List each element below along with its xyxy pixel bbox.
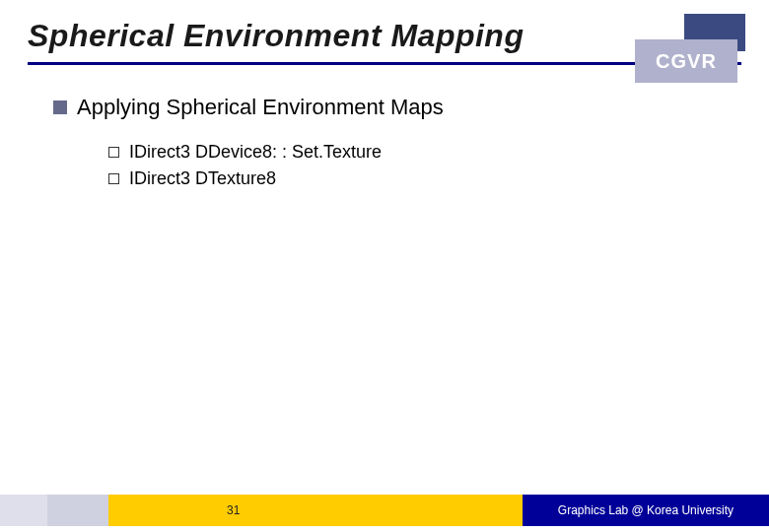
lvl2-text: IDirect3 DDevice8: : Set.Texture <box>129 142 382 163</box>
bullet-lvl1: Applying Spherical Environment Maps <box>53 95 769 120</box>
box-bullet-icon <box>108 173 119 184</box>
footer-mid: 31 <box>108 495 523 526</box>
box-bullet-icon <box>108 147 119 158</box>
badge-label: CGVR <box>635 39 737 83</box>
lvl2-text: IDirect3 DTexture8 <box>129 168 276 189</box>
header: Spherical Environment Mapping CGVR <box>0 0 769 54</box>
footer-left-a <box>0 495 47 526</box>
lvl1-text: Applying Spherical Environment Maps <box>77 95 444 120</box>
footer-credit: Graphics Lab @ Korea University <box>558 503 734 517</box>
bullet-lvl2: IDirect3 DDevice8: : Set.Texture <box>108 142 769 163</box>
square-bullet-icon <box>53 100 67 114</box>
footer-bar: 31 Graphics Lab @ Korea University <box>0 495 769 526</box>
bullet-lvl2: IDirect3 DTexture8 <box>108 168 769 189</box>
footer-left-block <box>0 495 108 526</box>
footer-right: Graphics Lab @ Korea University <box>523 495 769 526</box>
page-number: 31 <box>227 503 240 517</box>
slide: Spherical Environment Mapping CGVR Apply… <box>0 0 769 532</box>
footer-left-b <box>47 495 108 526</box>
lvl2-list: IDirect3 DDevice8: : Set.Texture IDirect… <box>53 142 769 189</box>
body: Applying Spherical Environment Maps IDir… <box>0 65 769 189</box>
